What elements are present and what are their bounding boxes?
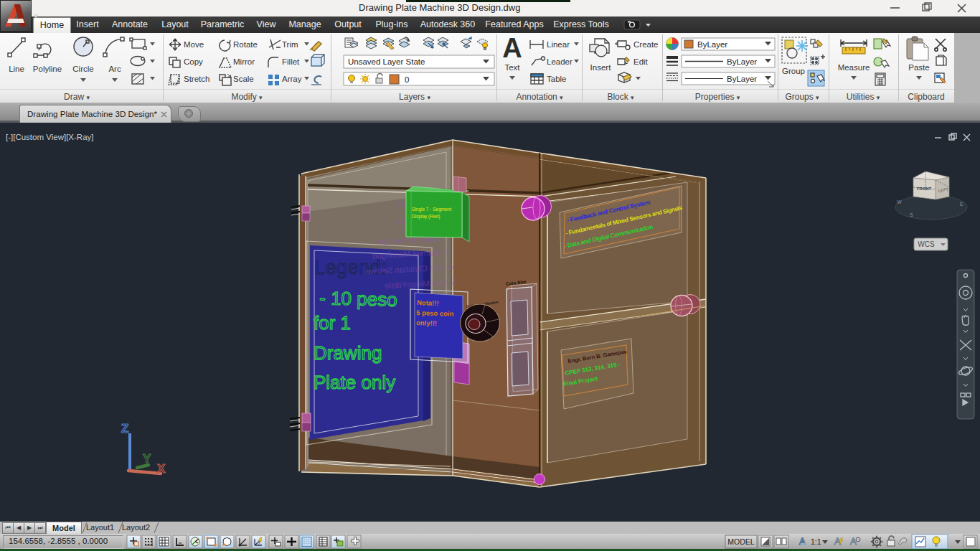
svg-text:Insert: Insert bbox=[590, 63, 612, 72]
svg-text:S: S bbox=[910, 212, 913, 217]
svg-text:E: E bbox=[960, 202, 963, 207]
svg-text:W: W bbox=[897, 199, 902, 204]
svg-text:Text: Text bbox=[504, 63, 520, 72]
svg-text:ByLayer: ByLayer bbox=[727, 57, 757, 66]
svg-text:X: X bbox=[157, 462, 166, 476]
svg-text:Trim: Trim bbox=[282, 40, 298, 49]
svg-text:Stretch: Stretch bbox=[184, 75, 209, 83]
svg-text:ByLayer: ByLayer bbox=[697, 40, 727, 49]
svg-text:Leader: Leader bbox=[547, 57, 573, 66]
svg-text:Mirror: Mirror bbox=[233, 57, 255, 66]
svg-text:Z: Z bbox=[121, 422, 128, 435]
svg-text:Create: Create bbox=[633, 40, 659, 49]
svg-text:Rotate: Rotate bbox=[233, 40, 258, 49]
svg-text:FRONT: FRONT bbox=[917, 187, 931, 191]
svg-text:[-][Custom View][X-Ray]: [-][Custom View][X-Ray] bbox=[6, 133, 94, 141]
svg-text:Nota!!!: Nota!!! bbox=[417, 298, 439, 307]
svg-text:MODEL: MODEL bbox=[727, 537, 755, 546]
svg-text:0: 0 bbox=[405, 75, 409, 84]
svg-text:for 1: for 1 bbox=[314, 312, 351, 334]
svg-text:5 peso coin: 5 peso coin bbox=[416, 309, 454, 318]
svg-text:Line: Line bbox=[9, 65, 24, 73]
svg-text:Circle: Circle bbox=[72, 65, 93, 73]
svg-text:Table: Table bbox=[547, 75, 567, 83]
svg-text:Drawing: Drawing bbox=[314, 342, 382, 364]
svg-text:Unsaved Layer State: Unsaved Layer State bbox=[348, 57, 425, 66]
svg-text:- 10 peso: - 10 peso bbox=[319, 287, 397, 311]
svg-text:Array: Array bbox=[282, 75, 302, 83]
svg-text:Linear: Linear bbox=[547, 40, 570, 49]
svg-text:Scale: Scale bbox=[233, 75, 254, 83]
svg-text:Display (Red): Display (Red) bbox=[412, 214, 440, 220]
svg-text:Fillet: Fillet bbox=[282, 57, 300, 66]
svg-text:Polyline: Polyline bbox=[33, 65, 62, 73]
svg-text:Plate only: Plate only bbox=[314, 372, 395, 393]
svg-text:ByLayer: ByLayer bbox=[727, 75, 757, 83]
svg-text:Single 7 - Segment: Single 7 - Segment bbox=[412, 207, 451, 212]
svg-text:only!!!: only!!! bbox=[416, 319, 437, 327]
svg-text:Arc: Arc bbox=[108, 65, 121, 73]
svg-text:Measure: Measure bbox=[838, 63, 870, 72]
svg-text:Edit: Edit bbox=[633, 57, 649, 66]
svg-text:Move: Move bbox=[184, 40, 204, 49]
svg-text:Paste: Paste bbox=[908, 63, 929, 72]
svg-text:WCS: WCS bbox=[918, 240, 935, 248]
svg-text:1:1: 1:1 bbox=[811, 537, 821, 546]
svg-text:Y: Y bbox=[143, 452, 151, 466]
svg-text:A: A bbox=[502, 33, 522, 63]
svg-text:Group: Group bbox=[782, 67, 805, 75]
svg-text:Copy: Copy bbox=[184, 57, 203, 66]
